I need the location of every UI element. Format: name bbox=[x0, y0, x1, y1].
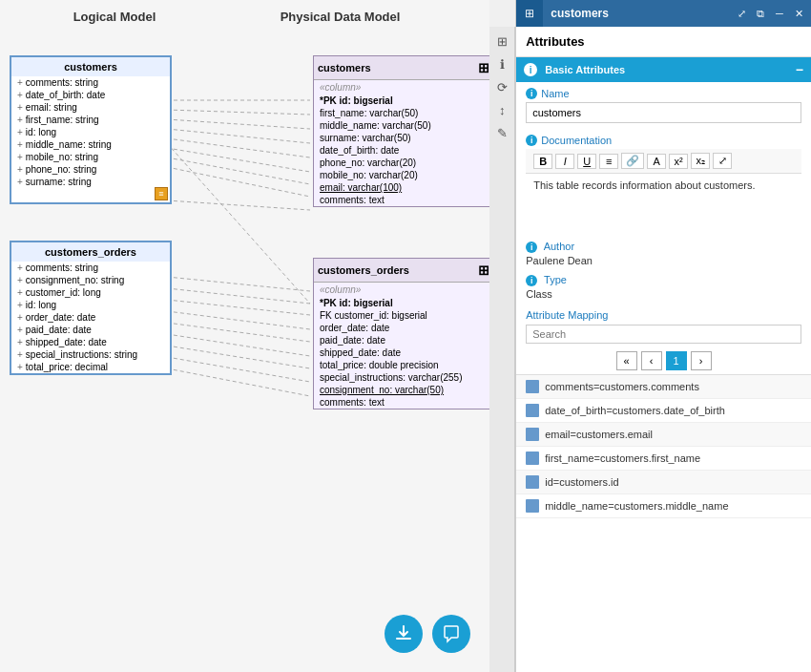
table-row: +customer_id: long bbox=[11, 286, 170, 299]
customers-logical-header: customers bbox=[11, 57, 170, 76]
table-row: +phone_no: string bbox=[11, 163, 170, 176]
panel-tab-bar: ⊞ customers ⤢ ⧉ ─ ✕ bbox=[516, 0, 811, 27]
link-button[interactable]: 🔗 bbox=[621, 153, 644, 169]
bold-button[interactable]: B bbox=[533, 154, 552, 169]
table-row: +comments: string bbox=[11, 262, 170, 274]
col-label: «column» bbox=[314, 80, 489, 94]
svg-line-17 bbox=[167, 368, 310, 396]
next-page-button[interactable]: › bbox=[691, 351, 712, 370]
svg-line-3 bbox=[167, 129, 310, 143]
svg-line-10 bbox=[167, 288, 310, 304]
svg-rect-19 bbox=[396, 638, 411, 640]
page-1-button[interactable]: 1 bbox=[666, 351, 687, 370]
table-row: +surname: string bbox=[11, 176, 170, 202]
mapping-icon bbox=[526, 404, 539, 417]
table-row: *PK id: bigserial bbox=[314, 297, 489, 309]
close-button[interactable]: ✕ bbox=[790, 5, 807, 22]
mapping-title[interactable]: Attribute Mapping bbox=[516, 304, 811, 325]
attributes-title: Attributes bbox=[516, 27, 811, 57]
doc-toolbar: B I U ≡ 🔗 A x² x₂ ⤢ bbox=[526, 149, 801, 174]
expand-button[interactable]: ⤢ bbox=[713, 153, 732, 169]
list-item[interactable]: id=customers.id bbox=[516, 471, 811, 494]
name-info-icon: i bbox=[526, 88, 537, 99]
sidebar-icon-2[interactable]: ℹ bbox=[491, 53, 512, 74]
table-row: +date_of_birth: date bbox=[11, 89, 170, 101]
float-buttons bbox=[385, 615, 470, 653]
name-label: i Name bbox=[526, 88, 801, 99]
documentation-label: i Documentation bbox=[526, 135, 801, 146]
table-row: +id: long bbox=[11, 126, 170, 138]
italic-button[interactable]: I bbox=[555, 154, 574, 169]
svg-line-7 bbox=[167, 167, 310, 197]
list-item[interactable]: middle_name=customers.middle_name bbox=[516, 494, 811, 518]
svg-line-6 bbox=[167, 158, 310, 184]
svg-line-2 bbox=[167, 119, 310, 129]
name-input[interactable] bbox=[526, 102, 801, 123]
table-row: +id: long bbox=[11, 299, 170, 311]
right-panel: ⊞ customers ⤢ ⧉ ─ ✕ Attributes i Basic A… bbox=[515, 0, 811, 672]
restore-button[interactable]: ⧉ bbox=[752, 5, 769, 22]
table-row: *PK id: bigserial bbox=[314, 94, 489, 107]
customers-logical-table[interactable]: customers +comments: string +date_of_bir… bbox=[10, 55, 172, 204]
list-item[interactable]: first_name=customers.first_name bbox=[516, 447, 811, 471]
type-label: i Type bbox=[526, 274, 801, 286]
customers-orders-logical-table[interactable]: customers_orders +comments: string +cons… bbox=[10, 241, 172, 375]
svg-line-12 bbox=[167, 311, 310, 329]
side-icon-bar: ⊞ ℹ ⟳ ↕ ✎ bbox=[489, 27, 515, 672]
doc-info-icon: i bbox=[526, 135, 537, 146]
table-row: +order_date: date bbox=[11, 311, 170, 324]
type-value: Class bbox=[526, 288, 801, 300]
mapping-search[interactable] bbox=[526, 325, 801, 344]
svg-line-9 bbox=[167, 277, 310, 291]
import-button[interactable] bbox=[385, 615, 423, 653]
list-item[interactable]: comments=customers.comments bbox=[516, 375, 811, 399]
pagination: « ‹ 1 › bbox=[516, 347, 811, 374]
first-page-button[interactable]: « bbox=[616, 351, 637, 370]
table-row: +consignment_no: string bbox=[11, 274, 170, 286]
minimize-button[interactable]: ─ bbox=[771, 5, 788, 22]
maximize-button[interactable]: ⤢ bbox=[733, 5, 750, 22]
customers-physical-table[interactable]: customers ⊞ «column» *PK id: bigserial f… bbox=[313, 55, 489, 207]
physical-model-header: Physical Data Model bbox=[210, 10, 470, 24]
table-row: +middle_name: string bbox=[11, 138, 170, 151]
color-button[interactable]: A bbox=[647, 154, 666, 169]
table-row: +comments: string bbox=[11, 76, 170, 89]
list-button[interactable]: ≡ bbox=[599, 154, 618, 169]
svg-line-14 bbox=[167, 334, 310, 356]
orange-badge bbox=[155, 187, 168, 200]
mapping-icon bbox=[526, 499, 539, 513]
customers-orders-physical-header: customers_orders ⊞ bbox=[314, 259, 489, 283]
superscript-button[interactable]: x² bbox=[669, 154, 688, 169]
name-field-group: i Name bbox=[516, 82, 811, 129]
panel-tab-icon: ⊞ bbox=[516, 0, 543, 27]
info-icon: i bbox=[524, 63, 537, 76]
table-row: +first_name: string bbox=[11, 114, 170, 126]
svg-line-18 bbox=[167, 143, 310, 304]
table-row: +email: string bbox=[11, 101, 170, 114]
sidebar-icon-1[interactable]: ⊞ bbox=[491, 31, 512, 52]
customers-orders-physical-table[interactable]: customers_orders ⊞ «column» *PK id: bigs… bbox=[313, 258, 489, 410]
table-row: special_instructions: varchar(255) bbox=[314, 371, 489, 384]
sidebar-icon-5[interactable]: ✎ bbox=[491, 122, 512, 143]
svg-line-8 bbox=[167, 200, 310, 210]
author-value: Paulene Dean bbox=[526, 255, 801, 266]
collapse-icon[interactable]: − bbox=[796, 62, 803, 77]
table-row: comments: text bbox=[314, 396, 489, 409]
table-row: consignment_no: varchar(50) bbox=[314, 384, 489, 396]
type-row: i Type Class bbox=[516, 270, 811, 304]
list-item[interactable]: email=customers.email bbox=[516, 423, 811, 447]
sidebar-icon-3[interactable]: ⟳ bbox=[491, 76, 512, 97]
mapping-icon bbox=[526, 475, 539, 489]
subscript-button[interactable]: x₂ bbox=[691, 153, 710, 169]
basic-attributes-header[interactable]: i Basic Attributes − bbox=[516, 57, 811, 82]
prev-page-button[interactable]: ‹ bbox=[641, 351, 662, 370]
comment-button[interactable] bbox=[432, 615, 470, 653]
mapping-icon bbox=[526, 380, 539, 393]
list-item[interactable]: date_of_birth=customers.date_of_birth bbox=[516, 399, 811, 423]
doc-content[interactable]: This table records information about cus… bbox=[526, 174, 801, 231]
sidebar-icon-4[interactable]: ↕ bbox=[491, 99, 512, 120]
underline-button[interactable]: U bbox=[577, 154, 596, 169]
svg-line-13 bbox=[167, 323, 310, 342]
table-row: +paid_date: date bbox=[11, 324, 170, 336]
table-row: surname: varchar(50) bbox=[314, 132, 489, 144]
